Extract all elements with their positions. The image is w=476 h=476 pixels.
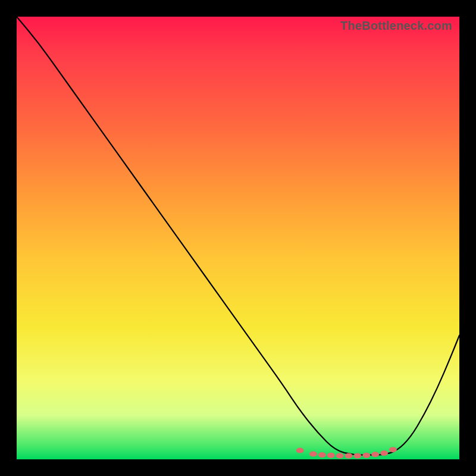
curve-layer xyxy=(17,17,459,459)
optimal-dot xyxy=(380,450,388,456)
optimal-dot xyxy=(389,447,397,452)
attribution-text: TheBottleneck.com xyxy=(340,19,452,33)
optimal-dot xyxy=(353,453,361,459)
bottleneck-curve xyxy=(17,17,459,455)
plot-area: TheBottleneck.com xyxy=(17,17,459,459)
chart-frame: TheBottleneck.com xyxy=(0,0,476,476)
optimal-dot xyxy=(327,453,335,458)
optimal-dot xyxy=(345,453,353,459)
optimal-dot xyxy=(318,452,326,458)
optimal-zone-dots xyxy=(296,447,397,458)
optimal-dot xyxy=(309,452,317,457)
optimal-dot xyxy=(371,452,379,457)
optimal-dot xyxy=(336,453,344,459)
optimal-dot xyxy=(362,453,370,458)
optimal-dot xyxy=(296,448,304,453)
